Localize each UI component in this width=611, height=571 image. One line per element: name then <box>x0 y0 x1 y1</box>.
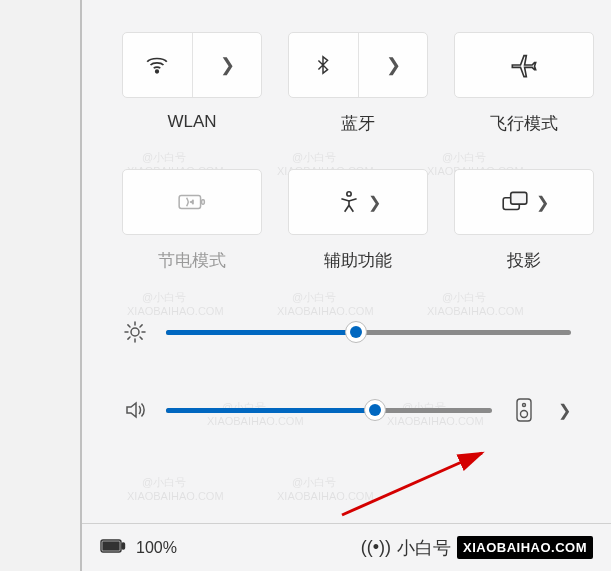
battery-saver-icon <box>177 189 207 215</box>
left-edge-stub <box>0 0 82 571</box>
svg-point-16 <box>523 404 526 407</box>
accessibility-label: 辅助功能 <box>324 249 392 272</box>
watermark: XIAOBAIHAO.COM <box>427 305 524 317</box>
bluetooth-tile: ❯ 蓝牙 <box>288 32 428 135</box>
accessibility-button[interactable]: ❯ <box>288 169 428 235</box>
svg-rect-20 <box>122 543 125 549</box>
wlan-tile: ❯ WLAN <box>122 32 262 135</box>
airplane-label: 飞行模式 <box>490 112 558 135</box>
wlan-label: WLAN <box>167 112 216 132</box>
airplane-button[interactable] <box>454 32 594 98</box>
accessibility-tile: ❯ 辅助功能 <box>288 169 428 272</box>
branding: ((•)) 小白号 XIAOBAIHAO.COM <box>361 536 593 560</box>
bluetooth-toggle[interactable] <box>289 33 358 97</box>
svg-point-3 <box>346 192 350 196</box>
airplane-tile: 飞行模式 <box>454 32 594 135</box>
svg-point-6 <box>131 328 139 336</box>
chevron-right-icon: ❯ <box>384 54 401 76</box>
battery-icon <box>100 538 126 558</box>
svg-rect-5 <box>510 192 526 204</box>
svg-line-14 <box>140 325 142 327</box>
watermark: XIAOBAIHAO.COM <box>127 490 224 502</box>
battery-status[interactable]: 100% <box>100 538 177 558</box>
quick-settings-grid: ❯ WLAN ❯ 蓝牙 <box>122 32 571 272</box>
battery-saver-button[interactable] <box>122 169 262 235</box>
wifi-icon <box>144 52 170 78</box>
svg-point-0 <box>156 70 159 73</box>
project-label: 投影 <box>507 249 541 272</box>
watermark: XIAOBAIHAO.COM <box>277 490 374 502</box>
chevron-right-icon: ❯ <box>368 193 381 212</box>
brightness-slider[interactable] <box>166 321 571 343</box>
project-tile: ❯ 投影 <box>454 169 594 272</box>
chevron-right-icon: ❯ <box>536 193 549 212</box>
quick-settings-panel: @小白号 XIAOBAIHAO.COM @小白号 XIAOBAIHAO.COM … <box>82 0 611 571</box>
annotation-arrow <box>332 445 512 525</box>
slider-thumb[interactable] <box>364 399 386 421</box>
project-button[interactable]: ❯ <box>454 169 594 235</box>
svg-point-17 <box>521 411 528 418</box>
battery-saver-tile: 节电模式 <box>122 169 262 272</box>
watermark: @小白号 <box>442 290 486 305</box>
volume-icon <box>122 398 148 422</box>
sliders-section: ❯ <box>122 320 571 424</box>
accessibility-icon <box>336 189 362 215</box>
bluetooth-label: 蓝牙 <box>341 112 375 135</box>
watermark: @小白号 <box>142 475 186 490</box>
chevron-right-icon[interactable]: ❯ <box>556 401 571 420</box>
wlan-button[interactable]: ❯ <box>122 32 262 98</box>
brightness-icon <box>122 320 148 344</box>
status-bar: 100% ((•)) 小白号 XIAOBAIHAO.COM <box>82 523 611 571</box>
bluetooth-icon <box>312 52 334 78</box>
svg-line-13 <box>128 337 130 339</box>
watermark: @小白号 <box>142 290 186 305</box>
svg-line-18 <box>342 453 482 515</box>
watermark: @小白号 <box>292 290 336 305</box>
brand-domain: XIAOBAIHAO.COM <box>457 536 593 559</box>
volume-row: ❯ <box>122 396 571 424</box>
watermark: XIAOBAIHAO.COM <box>127 305 224 317</box>
audio-output-button[interactable] <box>510 396 538 424</box>
brand-glyph: ((•)) <box>361 537 391 558</box>
bluetooth-expand[interactable]: ❯ <box>358 33 428 97</box>
wlan-expand[interactable]: ❯ <box>192 33 262 97</box>
svg-rect-2 <box>202 200 205 204</box>
svg-rect-21 <box>103 542 119 550</box>
watermark: @小白号 <box>292 475 336 490</box>
volume-slider[interactable] <box>166 399 492 421</box>
project-icon <box>500 189 530 215</box>
airplane-icon <box>510 51 538 79</box>
watermark: XIAOBAIHAO.COM <box>277 305 374 317</box>
brightness-row <box>122 320 571 344</box>
wlan-toggle[interactable] <box>123 33 192 97</box>
slider-thumb[interactable] <box>345 321 367 343</box>
battery-saver-label: 节电模式 <box>158 249 226 272</box>
battery-percent-text: 100% <box>136 539 177 557</box>
chevron-right-icon: ❯ <box>218 54 235 76</box>
svg-line-11 <box>128 325 130 327</box>
bluetooth-button[interactable]: ❯ <box>288 32 428 98</box>
brand-name: 小白号 <box>397 536 451 560</box>
svg-line-12 <box>140 337 142 339</box>
slider-track-fill <box>166 330 356 335</box>
slider-track-fill <box>166 408 375 413</box>
